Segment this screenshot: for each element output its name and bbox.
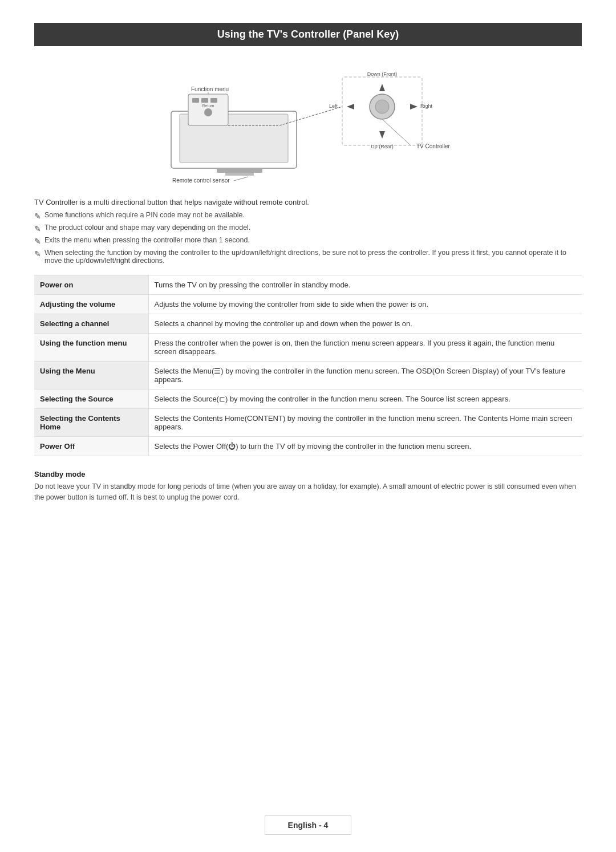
svg-rect-5 [192,98,199,103]
svg-rect-3 [225,173,254,176]
svg-rect-7 [210,98,217,103]
feature-label: Adjusting the volume [34,295,148,314]
page-wrapper: Using the TV's Controller (Panel Key) Re… [0,0,616,852]
feature-label: Using the Menu [34,362,148,390]
svg-marker-19 [347,104,354,109]
note-icon-1: ✎ [34,212,41,221]
page-title: Using the TV's Controller (Panel Key) [34,23,582,46]
table-row: Adjusting the volumeAdjusts the volume b… [34,295,582,314]
note-item-2: ✎ The product colour and shape may vary … [34,224,582,233]
note-item-1: ✎ Some functions which require a PIN cod… [34,211,582,221]
feature-label: Power on [34,275,148,295]
table-row: Using the function menuPress the control… [34,334,582,362]
feature-description: Adjusts the volume by moving the control… [148,295,582,314]
feature-description: Press the controller when the power is o… [148,334,582,362]
diagram-svg: Return Function menu Remote control sens… [137,60,479,185]
svg-rect-2 [217,168,262,173]
feature-label: Using the function menu [34,334,148,362]
feature-description: Selects a channel by moving the controll… [148,314,582,334]
notes-section: TV Controller is a multi directional but… [34,198,582,265]
feature-table: Power onTurns the TV on by pressing the … [34,275,582,456]
svg-marker-17 [379,131,385,139]
feature-description: Selects the Menu(☰) by moving the contro… [148,362,582,390]
intro-text: TV Controller is a multi directional but… [34,198,582,206]
feature-label: Power Off [34,437,148,456]
feature-description: Selects the Power Off(⏻) to turn the TV … [148,437,582,456]
svg-marker-21 [410,104,418,109]
svg-rect-6 [201,98,208,103]
svg-text:Remote control sensor: Remote control sensor [172,177,230,184]
svg-text:Down (Front): Down (Front) [367,71,398,77]
feature-label: Selecting a channel [34,314,148,334]
diagram-area: Return Function menu Remote control sens… [34,60,582,185]
feature-label: Selecting the Source [34,390,148,409]
standby-text: Do not leave your TV in standby mode for… [34,481,582,503]
svg-point-8 [204,108,212,116]
footer: English - 4 [0,816,616,835]
svg-line-28 [279,107,342,125]
svg-marker-15 [379,84,385,91]
note-icon-4: ✎ [34,249,41,258]
table-row: Using the MenuSelects the Menu(☰) by mov… [34,362,582,390]
svg-text:TV Controller: TV Controller [416,143,451,149]
feature-label: Selecting the Contents Home [34,409,148,437]
svg-text:Right: Right [420,103,433,109]
note-item-4: ✎ When selecting the function by moving … [34,249,582,265]
note-icon-2: ✎ [34,224,41,233]
svg-text:Up (Rear): Up (Rear) [371,144,394,149]
footer-badge: English - 4 [265,816,352,835]
feature-description: Selects the Source(⊏) by moving the cont… [148,390,582,409]
svg-line-13 [234,177,248,181]
table-row: Power onTurns the TV on by pressing the … [34,275,582,295]
standby-title: Standby mode [34,470,582,478]
svg-text:Return: Return [202,104,214,108]
svg-line-25 [382,119,411,145]
table-row: Selecting the Contents HomeSelects the C… [34,409,582,437]
svg-text:Function menu: Function menu [191,86,229,92]
table-row: Selecting a channelSelects a channel by … [34,314,582,334]
svg-point-24 [375,100,389,113]
table-row: Power OffSelects the Power Off(⏻) to tur… [34,437,582,456]
table-row: Selecting the SourceSelects the Source(⊏… [34,390,582,409]
note-item-3: ✎ Exits the menu when pressing the contr… [34,236,582,246]
standby-section: Standby mode Do not leave your TV in sta… [34,470,582,503]
note-icon-3: ✎ [34,237,41,246]
feature-description: Selects the Contents Home(CONTENT) by mo… [148,409,582,437]
feature-description: Turns the TV on by pressing the controll… [148,275,582,295]
